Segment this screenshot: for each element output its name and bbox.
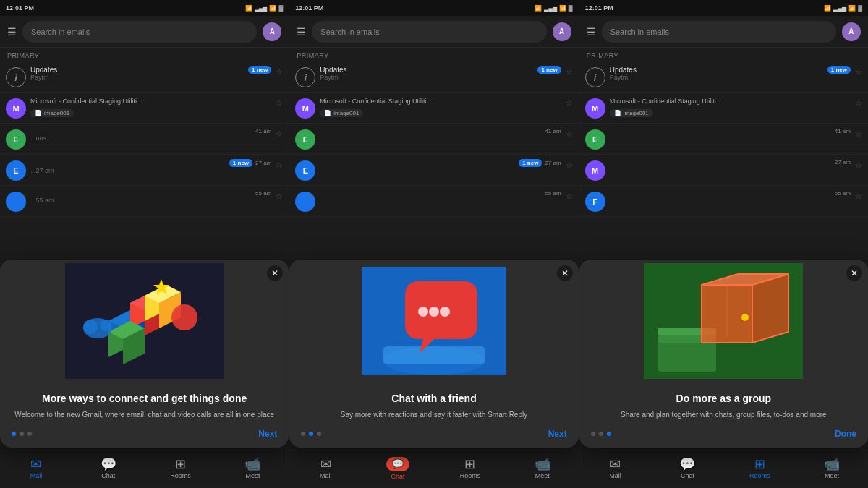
- star-icon[interactable]: ☆: [855, 192, 862, 201]
- star-icon[interactable]: ☆: [276, 192, 283, 201]
- star-icon[interactable]: ☆: [855, 160, 862, 170]
- star-icon[interactable]: ☆: [276, 129, 283, 139]
- user-avatar[interactable]: A: [263, 22, 281, 41]
- nav-label-rooms: Rooms: [749, 472, 770, 479]
- email-item[interactable]: E 41 am ☆: [289, 124, 578, 155]
- email-meta: 41 am: [835, 128, 851, 134]
- nav-item-mail[interactable]: ✉ Mail: [579, 458, 652, 479]
- email-avatar: M: [295, 98, 315, 119]
- email-row1: 41 am: [30, 128, 271, 134]
- card-footer: Next: [12, 429, 277, 439]
- nav-item-chat[interactable]: 💬 Chat: [72, 458, 145, 479]
- star-icon[interactable]: ☆: [855, 98, 862, 108]
- next-button[interactable]: Next: [258, 429, 277, 439]
- section-label: PRIMARY: [0, 48, 289, 61]
- email-item[interactable]: E 1 new27 am ☆: [289, 155, 578, 186]
- star-icon[interactable]: ☆: [566, 192, 573, 201]
- star-icon[interactable]: ☆: [855, 129, 862, 139]
- email-meta: 1 new27 am: [519, 159, 561, 167]
- email-avatar: F: [585, 192, 605, 212]
- next-button[interactable]: Done: [835, 429, 856, 439]
- wifi-icon: 📶: [269, 5, 276, 12]
- nav-item-rooms[interactable]: ⊞ Rooms: [434, 458, 506, 479]
- menu-icon[interactable]: ☰: [297, 26, 306, 38]
- onboarding-card-cube[interactable]: ✕ Do more as a group Share and plan toge…: [579, 260, 868, 448]
- email-time: 41 am: [835, 128, 851, 134]
- badge-new: 1 new: [827, 66, 851, 74]
- nav-label-mail: Mail: [320, 472, 332, 479]
- signal-icon: ▂▄▆: [544, 5, 557, 12]
- search-bar[interactable]: Search in emails: [22, 21, 257, 43]
- signal-icon: ▂▄▆: [833, 5, 846, 12]
- wifi-icon: 📶: [559, 5, 566, 12]
- nav-item-chat[interactable]: 💬 Chat: [362, 457, 434, 480]
- nav-item-mail[interactable]: ✉ Mail: [0, 458, 72, 479]
- nav-item-meet[interactable]: 📹 Meet: [506, 458, 579, 479]
- nav-item-chat[interactable]: 💬 Chat: [651, 458, 723, 479]
- email-item[interactable]: M Microsoft - Confidential Staging Utili…: [0, 93, 289, 124]
- progress-dots: [591, 432, 611, 436]
- cube-illustration-svg: [644, 263, 803, 379]
- star-icon[interactable]: ☆: [276, 98, 283, 108]
- email-item[interactable]: E 41 am ...nos... ☆: [0, 124, 289, 155]
- star-icon[interactable]: ☆: [566, 98, 573, 108]
- card-title: Chat with a friend: [301, 393, 566, 404]
- nav-label-meet: Meet: [245, 472, 260, 479]
- user-avatar[interactable]: A: [842, 22, 861, 41]
- email-item[interactable]: M Microsoft - Confidential Staging Utili…: [579, 93, 868, 124]
- star-icon[interactable]: ☆: [276, 67, 283, 77]
- email-item[interactable]: i Updates 1 new Paytm ☆: [289, 61, 578, 93]
- search-bar[interactable]: Search in emails: [602, 21, 836, 43]
- email-meta: 1 new: [248, 66, 271, 74]
- close-button[interactable]: ✕: [846, 265, 862, 281]
- email-sender: Updates: [320, 66, 346, 74]
- user-avatar[interactable]: A: [553, 22, 571, 41]
- email-item[interactable]: i Updates 1 new Paytm ☆: [579, 61, 868, 93]
- dot-2: [27, 432, 32, 436]
- search-bar[interactable]: Search in emails: [312, 21, 546, 43]
- email-item[interactable]: i Updates 1 new Paytm ☆: [0, 61, 289, 93]
- email-row1: 41 am: [320, 128, 561, 134]
- star-icon[interactable]: ☆: [276, 160, 283, 170]
- status-time: 12:01 PM: [6, 4, 34, 12]
- nav-item-meet[interactable]: 📹 Meet: [796, 458, 868, 479]
- info-avatar: i: [6, 67, 26, 87]
- email-item[interactable]: 55 am ☆: [289, 186, 578, 217]
- nav-item-rooms[interactable]: ⊞ Rooms: [145, 458, 217, 479]
- svg-point-21: [418, 307, 428, 317]
- email-row1: 55 am: [320, 190, 561, 197]
- star-icon[interactable]: ☆: [566, 160, 573, 170]
- nav-item-mail[interactable]: ✉ Mail: [289, 458, 362, 479]
- email-time: 41 am: [255, 128, 271, 134]
- card-footer: Next: [301, 429, 566, 439]
- star-icon[interactable]: ☆: [855, 67, 862, 77]
- menu-icon[interactable]: ☰: [587, 26, 596, 38]
- star-icon[interactable]: ☆: [566, 129, 573, 139]
- nav-item-rooms[interactable]: ⊞ Rooms: [723, 458, 796, 479]
- close-button[interactable]: ✕: [557, 265, 573, 281]
- dot-2: [607, 432, 611, 436]
- email-item[interactable]: M Microsoft - Confidential Staging Utili…: [289, 93, 578, 124]
- dot-0: [591, 432, 595, 436]
- email-row1: 1 new27 am: [320, 159, 561, 167]
- nav-item-meet[interactable]: 📹 Meet: [216, 458, 289, 479]
- email-preview: ...55 am: [30, 197, 271, 204]
- onboarding-card-chat[interactable]: ✕ Chat with a friend Say more with react…: [289, 260, 578, 448]
- next-button[interactable]: Next: [548, 429, 567, 439]
- menu-icon[interactable]: ☰: [7, 26, 17, 38]
- email-item[interactable]: E 1 new27 am ...27 am ☆: [0, 155, 289, 186]
- badge-new: 1 new: [537, 66, 561, 74]
- star-icon[interactable]: ☆: [566, 67, 573, 77]
- email-item[interactable]: 55 am ...55 am ☆: [0, 186, 289, 217]
- email-item[interactable]: M 27 am ☆: [579, 155, 868, 186]
- onboarding-card-blocks[interactable]: ✕: [0, 260, 289, 448]
- email-preview: Paytm: [30, 74, 271, 81]
- nav-label-mail: Mail: [30, 472, 43, 479]
- status-time: 12:01 PM: [295, 4, 323, 12]
- email-content: Microsoft - Confidential Staging Utiliti…: [610, 97, 851, 118]
- email-content: 1 new27 am ...27 am: [30, 159, 271, 174]
- email-item[interactable]: E 41 am ☆: [579, 124, 868, 155]
- bottom-nav: ✉ Mail 💬 Chat ⊞ Rooms 📹 Meet: [289, 448, 578, 488]
- progress-dots: [301, 432, 321, 436]
- email-item[interactable]: F 55 am ☆: [579, 186, 868, 217]
